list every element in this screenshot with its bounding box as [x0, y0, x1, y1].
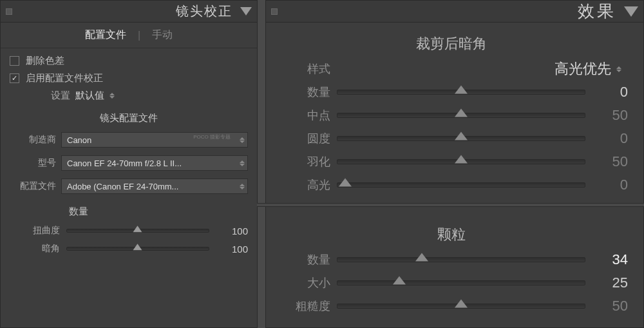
- grain-slider-value-0[interactable]: 34: [592, 251, 628, 268]
- panel-switch-icon[interactable]: [271, 8, 278, 15]
- grain-heading: 颗粒: [275, 225, 628, 244]
- vignette-style-row: 样式 高光优先: [275, 57, 628, 81]
- panel-switch-icon[interactable]: [6, 8, 12, 15]
- vignette-heading: 裁剪后暗角: [275, 34, 628, 53]
- grain-slider-row-0: 数量34: [275, 248, 628, 271]
- model-stepper-icon: [240, 160, 245, 166]
- vignette-slider-slider-0[interactable]: [337, 90, 585, 95]
- make-label: 制造商: [10, 134, 56, 146]
- vignette-slider-label-1: 中点: [275, 108, 330, 123]
- vignette-row: 暗角 100: [10, 240, 248, 258]
- section-divider: [257, 203, 644, 207]
- vignette-slider[interactable]: [66, 247, 209, 251]
- make-stepper-icon: [240, 137, 245, 143]
- grain-slider-row-2: 粗糙度50: [275, 294, 628, 318]
- vignette-label: 暗角: [10, 243, 60, 255]
- grain-slider-thumb-2: [455, 300, 468, 310]
- lens-tab-row: 配置文件 | 手动: [1, 23, 257, 48]
- setup-value[interactable]: 默认值: [75, 90, 104, 102]
- grain-slider-value-1[interactable]: 25: [592, 275, 628, 291]
- lens-panel-header: 镜头校正: [1, 1, 257, 23]
- grain-slider-slider-0[interactable]: [337, 257, 585, 262]
- setup-label: 设置: [51, 90, 70, 102]
- amount-heading: 数量: [10, 206, 248, 218]
- vignette-slider-thumb-0: [455, 86, 468, 96]
- remove-ca-label: 删除色差: [26, 55, 64, 67]
- lens-profile-heading: 镜头配置文件: [10, 112, 248, 124]
- vignette-slider-value-2[interactable]: 0: [592, 130, 628, 147]
- setup-stepper-icon[interactable]: [109, 93, 115, 99]
- grain-slider-slider-2[interactable]: [337, 304, 585, 309]
- distortion-slider[interactable]: [66, 229, 209, 233]
- post-crop-vignette-group: 裁剪后暗角 样式 高光优先 数量0中点50圆度0羽化50高光0: [266, 23, 643, 197]
- distortion-value[interactable]: 100: [216, 226, 248, 236]
- remove-ca-checkbox[interactable]: [10, 56, 19, 66]
- remove-ca-row: 删除色差: [10, 55, 248, 67]
- grain-slider-thumb-0: [415, 253, 428, 264]
- lens-corrections-panel: 镜头校正 配置文件 | 手动 删除色差 ✓ 启用配置文件校正 设置 默认值 镜头…: [0, 0, 258, 328]
- amount-section: 数量 扭曲度 100 暗角 100: [10, 206, 248, 258]
- chevron-down-icon[interactable]: [240, 7, 252, 15]
- vignette-slider-label-3: 羽化: [275, 154, 330, 169]
- vignette-slider-value-3[interactable]: 50: [592, 153, 628, 170]
- effects-panel: 效果 裁剪后暗角 样式 高光优先 数量0中点50圆度0羽化50高光0 颗粒 数量…: [265, 0, 644, 328]
- profile-label: 配置文件: [10, 180, 56, 192]
- profile-row: 配置文件 Adobe (Canon EF 24-70mm...: [10, 178, 248, 194]
- lens-panel-title: 镜头校正: [176, 3, 232, 20]
- vignette-slider-row-4: 高光0: [275, 173, 628, 197]
- vignette-slider-thumb-1: [455, 109, 468, 119]
- enable-profile-row: ✓ 启用配置文件校正: [10, 72, 248, 84]
- chevron-down-icon[interactable]: [624, 6, 638, 17]
- setup-row: 设置 默认值: [10, 90, 248, 102]
- grain-slider-thumb-1: [393, 276, 406, 287]
- vignette-value[interactable]: 100: [216, 244, 248, 255]
- grain-slider-row-1: 大小25: [275, 271, 628, 294]
- make-select[interactable]: Canon POCO 摄影专题: [61, 132, 248, 148]
- lens-panel-body: 删除色差 ✓ 启用配置文件校正 设置 默认值 镜头配置文件 制造商 Canon …: [1, 48, 257, 264]
- vignette-slider-label-2: 圆度: [275, 131, 330, 146]
- make-value: Canon: [67, 135, 91, 145]
- profile-stepper-icon: [240, 184, 245, 189]
- enable-profile-checkbox[interactable]: ✓: [10, 73, 19, 83]
- effects-panel-header: 效果: [266, 1, 643, 23]
- model-label: 型号: [10, 157, 56, 169]
- vignette-slider-value-1[interactable]: 50: [592, 107, 628, 124]
- profile-select[interactable]: Adobe (Canon EF 24-70mm...: [61, 178, 248, 194]
- grain-slider-label-0: 数量: [275, 252, 330, 267]
- vignette-thumb: [133, 244, 143, 252]
- grain-slider-label-1: 大小: [275, 275, 330, 291]
- vignette-style-select[interactable]: 高光优先: [554, 59, 621, 79]
- effects-panel-title: 效果: [578, 0, 616, 23]
- vignette-slider-thumb-3: [455, 155, 468, 166]
- vignette-slider-slider-1[interactable]: [337, 113, 585, 118]
- grain-slider-slider-1[interactable]: [337, 280, 585, 285]
- vignette-slider-value-0[interactable]: 0: [592, 84, 628, 101]
- vignette-slider-value-4[interactable]: 0: [592, 177, 628, 193]
- vignette-slider-label-0: 数量: [275, 84, 330, 100]
- distortion-thumb: [133, 226, 143, 234]
- vignette-slider-slider-3[interactable]: [337, 159, 585, 164]
- tab-profile[interactable]: 配置文件: [81, 26, 130, 44]
- tab-separator: |: [138, 30, 140, 41]
- vignette-style-label: 样式: [275, 61, 330, 77]
- vignette-slider-row-3: 羽化50: [275, 150, 628, 173]
- make-watermark: POCO 摄影专题: [193, 134, 231, 140]
- vignette-style-value: 高光优先: [554, 59, 611, 79]
- vignette-slider-slider-2[interactable]: [337, 136, 585, 141]
- vignette-slider-thumb-4: [339, 178, 352, 189]
- distortion-label: 扭曲度: [10, 225, 60, 236]
- vignette-slider-slider-4[interactable]: [337, 182, 585, 188]
- vignette-style-stepper-icon: [616, 66, 621, 72]
- vignette-slider-row-1: 中点50: [275, 104, 628, 127]
- enable-profile-label: 启用配置文件校正: [26, 72, 103, 84]
- vignette-slider-thumb-2: [455, 132, 468, 142]
- vignette-slider-row-2: 圆度0: [275, 127, 628, 150]
- grain-slider-value-2[interactable]: 50: [592, 298, 628, 314]
- profile-value: Adobe (Canon EF 24-70mm...: [67, 182, 178, 191]
- distortion-row: 扭曲度 100: [10, 222, 248, 240]
- vignette-slider-row-0: 数量0: [275, 81, 628, 104]
- make-row: 制造商 Canon POCO 摄影专题: [10, 132, 248, 148]
- grain-slider-label-2: 粗糙度: [275, 298, 330, 314]
- tab-manual[interactable]: 手动: [148, 26, 176, 44]
- model-select[interactable]: Canon EF 24-70mm f/2.8 L II...: [61, 155, 248, 171]
